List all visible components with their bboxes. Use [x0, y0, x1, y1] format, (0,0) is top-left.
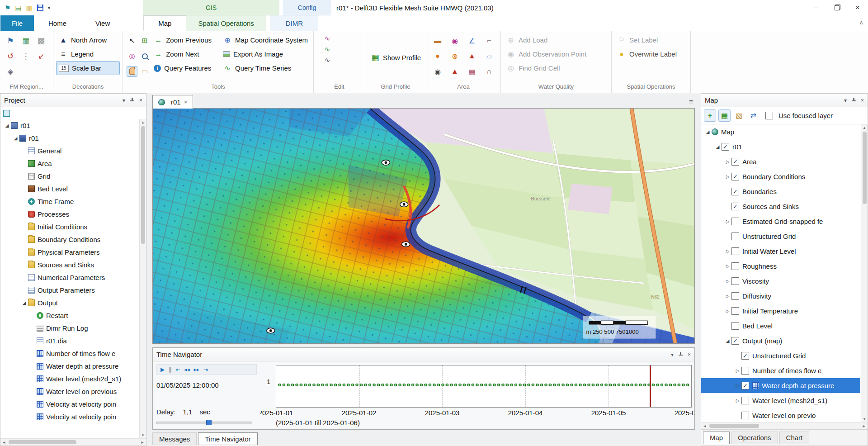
visibility-checkbox[interactable]	[731, 322, 739, 330]
scroll-left-icon[interactable]: ◂	[0, 440, 8, 445]
chart-plot-area[interactable]	[276, 365, 692, 408]
project-tree-item-velocity-at-velocity-poin[interactable]: Velocity at velocity poin	[0, 398, 139, 410]
project-tree-item-water-level-on-previous[interactable]: Water level on previous	[0, 385, 139, 398]
tree-expander-icon[interactable]: ▷	[724, 264, 731, 269]
map-horizontal-scrollbar[interactable]: ◂ ▸	[701, 422, 868, 429]
save-icon[interactable]	[37, 5, 43, 11]
add-observation-point-button[interactable]: ◉ Add Observation Point	[504, 47, 609, 61]
circle-select-tool-icon[interactable]: ◎	[127, 51, 137, 62]
map-tree-item-roughness[interactable]: ▷Roughness	[701, 259, 860, 274]
quick-access-caret-icon[interactable]: ▾	[48, 5, 51, 10]
current-time-marker[interactable]	[650, 365, 651, 407]
tree-expander-icon[interactable]: ▷	[724, 219, 731, 224]
query-time-series-button[interactable]: ∿ Query Time Series	[220, 61, 311, 75]
north-arrow-button[interactable]: ▲ North Arrow	[56, 33, 120, 47]
visibility-checkbox[interactable]	[731, 218, 739, 225]
map-tree-item-viscosity[interactable]: ▷Viscosity	[701, 274, 860, 289]
map-panel-pin-icon[interactable]	[851, 98, 856, 103]
project-tree-item-output-parameters[interactable]: Output Parameters	[0, 284, 139, 296]
visibility-checkbox[interactable]	[731, 307, 739, 315]
visibility-checkbox[interactable]: ✓	[741, 352, 749, 360]
project-toolbar-icon[interactable]	[3, 110, 10, 117]
visibility-checkbox[interactable]: ✓	[731, 173, 739, 180]
scroll-left-icon[interactable]: ◂	[701, 423, 708, 428]
set-label-button[interactable]: ⚐ Set Label	[614, 33, 688, 47]
map-tree-item-water-level-on-previo[interactable]: Water level on previo	[701, 408, 860, 422]
map-tree-item-bed-level[interactable]: Bed Level	[701, 318, 860, 333]
tab-messages[interactable]: Messages	[152, 432, 197, 445]
map-tree-item-map[interactable]: ◢Map	[701, 124, 860, 139]
show-profile-button[interactable]: ▦ Show Profile	[368, 51, 424, 65]
zoom-tool-icon[interactable]	[139, 51, 150, 62]
area-structure-icon[interactable]: ▲	[451, 67, 458, 76]
zoom-next-button[interactable]: → Zoom Next	[151, 47, 220, 61]
project-tree-item-boundary-conditions[interactable]: Boundary Conditions	[0, 233, 139, 246]
delay-slider[interactable]	[156, 419, 252, 426]
area-thin-dam-icon[interactable]: ▲	[468, 52, 476, 60]
play-icon[interactable]: ▶	[160, 366, 165, 373]
project-panel-caret-icon[interactable]: ▾	[123, 97, 125, 104]
project-tree-item-water-level-mesh2d-s1-[interactable]: Water level (mesh2d_s1)	[0, 372, 139, 385]
project-tree-item-restart[interactable]: Restart	[0, 309, 139, 322]
project-tree-item-number-of-times-flow-e[interactable]: Number of times flow e	[0, 347, 139, 360]
tree-expander-icon[interactable]: ▷	[724, 308, 731, 313]
visibility-checkbox[interactable]: ✓	[731, 188, 739, 195]
map-tree-item-area[interactable]: ▷✓Area	[701, 154, 860, 169]
overwrite-label-button[interactable]: ● Overwrite Label	[614, 47, 688, 61]
add-grid-layer-button[interactable]: ▦	[718, 109, 731, 122]
map-tree-item-diffusivity[interactable]: ▷Diffusivity	[701, 289, 860, 304]
sync-layers-button[interactable]: ⇄	[747, 109, 760, 122]
legend-button[interactable]: ≡ Legend	[56, 47, 120, 61]
fm-grid-icon[interactable]: ▦	[22, 36, 29, 46]
map-tree-item-estimated-grid-snapped-fe[interactable]: ▷Estimated Grid-snapped fe	[701, 214, 860, 229]
step-forward-icon[interactable]: ▶▶	[194, 368, 199, 372]
map-tree-item-initial-water-level[interactable]: ▷Initial Water Level	[701, 244, 860, 259]
tab-map[interactable]: Map	[143, 15, 186, 31]
document-list-icon[interactable]: ≡	[689, 98, 693, 105]
open-project-icon[interactable]: ▥	[26, 5, 33, 11]
project-horizontal-scrollbar[interactable]: ◂ ▸	[0, 438, 146, 446]
project-tree-item-numerical-parameters[interactable]: Numerical Parameters	[0, 271, 139, 284]
project-vertical-scrollbar[interactable]: ▴ ▾	[139, 119, 146, 438]
minimize-button[interactable]: ─	[806, 0, 826, 15]
time-navigator-pin-icon[interactable]	[678, 352, 683, 357]
project-tree-item-time-frame[interactable]: Time Frame	[0, 195, 139, 208]
visibility-checkbox[interactable]	[731, 292, 739, 300]
map-canvas[interactable]: Borssele N62 m 250 500 7501000	[152, 109, 695, 344]
tree-expander-icon[interactable]: ◢	[704, 129, 712, 134]
project-tree-item-bed-level[interactable]: Bed Level	[0, 182, 139, 195]
fm-settings-icon[interactable]: ◈	[7, 67, 13, 76]
tab-file[interactable]: File	[0, 15, 34, 31]
project-tree-item-grid[interactable]: Grid	[0, 170, 139, 182]
tree-expander-icon[interactable]: ◢	[20, 300, 28, 305]
project-tree-item-dimr-run-log[interactable]: Dimr Run Log	[0, 322, 139, 334]
area-obs-point-icon[interactable]: ◉	[434, 67, 441, 76]
project-hscroll-thumb[interactable]	[9, 440, 76, 444]
map-tree-item-output-map-[interactable]: ◢✓Output (map)	[701, 333, 860, 348]
pause-icon[interactable]: ∥	[169, 366, 171, 373]
map-tree-item-water-depth-at-pressure[interactable]: ▷✓Water depth at pressure	[701, 378, 860, 393]
scroll-down-icon[interactable]: ▾	[863, 416, 866, 422]
tree-expander-icon[interactable]: ▷	[724, 159, 731, 164]
tree-expander-icon[interactable]: ◢	[714, 144, 722, 149]
project-panel-pin-icon[interactable]	[130, 98, 135, 103]
area-weir-icon[interactable]: ▦	[468, 67, 475, 76]
project-tree-item-initial-conditions[interactable]: Initial Conditions	[0, 220, 139, 233]
time-navigator-close-icon[interactable]: ×	[688, 351, 691, 358]
pan-tool-icon[interactable]	[127, 66, 137, 77]
find-grid-cell-button[interactable]: ◎ Find Grid Cell	[504, 61, 609, 75]
tab-operations[interactable]: Operations	[731, 432, 778, 444]
map-tree-item-boundary-conditions[interactable]: ▷✓Boundary Conditions	[701, 169, 860, 184]
fm-export-grid-icon[interactable]: ▩	[38, 36, 45, 46]
area-corner-icon[interactable]: ⌐	[487, 37, 491, 45]
tab-map[interactable]: Map	[703, 432, 730, 444]
tree-expander-icon[interactable]: ▷	[724, 249, 731, 254]
project-tree-item-processes[interactable]: Processes	[0, 208, 139, 220]
tree-expander-icon[interactable]: ◢	[3, 123, 11, 128]
map-tree-item-unstructured-grid[interactable]: ✓Unstructured Grid	[701, 348, 860, 363]
area-dry-area-icon[interactable]: ●	[435, 52, 440, 60]
delay-slider-thumb[interactable]	[206, 420, 212, 425]
restore-button[interactable]	[826, 0, 847, 15]
skip-end-icon[interactable]: ⇥	[203, 366, 208, 373]
edit-add-point-icon[interactable]: ∿	[322, 44, 333, 55]
